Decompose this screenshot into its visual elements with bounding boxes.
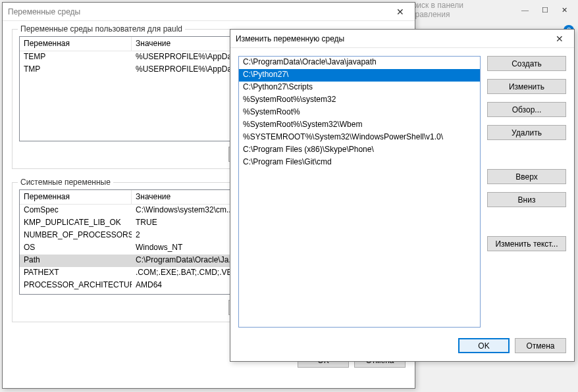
var-name: TMP: [20, 64, 132, 76]
list-item[interactable]: %SystemRoot%\System32\Wbem: [239, 119, 480, 132]
col-header-var[interactable]: Переменная: [20, 190, 132, 204]
browse-button[interactable]: Обзор...: [487, 102, 566, 117]
move-up-button[interactable]: Вверх: [487, 169, 566, 184]
list-item[interactable]: C:\Python27\Scripts: [239, 82, 480, 94]
move-down-button[interactable]: Вниз: [487, 192, 566, 207]
close-icon[interactable]: ✕: [391, 5, 409, 19]
close-icon[interactable]: ✕: [562, 6, 567, 14]
edit-title: Изменить переменную среды: [236, 34, 550, 43]
var-name: KMP_DUPLICATE_LIB_OK: [20, 217, 132, 230]
env-vars-title: Переменные среды: [8, 7, 391, 16]
env-vars-titlebar: Переменные среды ✕: [3, 3, 415, 21]
edit-env-var-dialog: Изменить переменную среды ✕ C:\ProgramDa…: [230, 29, 575, 362]
var-name: OS: [20, 242, 132, 255]
list-item[interactable]: %SystemRoot%: [239, 107, 480, 119]
edit-text-button[interactable]: Изменить текст...: [487, 236, 566, 251]
var-name: ComSpec: [20, 205, 132, 217]
var-name: Path: [20, 255, 132, 267]
var-name: NUMBER_OF_PROCESSORS: [20, 230, 132, 242]
cancel-button[interactable]: Отмена: [515, 338, 566, 353]
minimize-icon[interactable]: —: [521, 6, 529, 14]
edit-titlebar: Изменить переменную среды ✕: [230, 30, 574, 48]
system-vars-legend: Системные переменные: [18, 178, 113, 187]
list-item[interactable]: C:\ProgramData\Oracle\Java\javapath: [239, 57, 480, 69]
list-item[interactable]: C:\Program Files\Git\cmd: [239, 157, 480, 169]
var-name: PROCESSOR_ARCHITECTURE: [20, 280, 132, 292]
path-list[interactable]: C:\ProgramData\Oracle\Java\javapathC:\Py…: [238, 56, 481, 328]
col-header-var[interactable]: Переменная: [20, 37, 132, 51]
var-name: PATHEXT: [20, 267, 132, 280]
background-window-controls: Поиск в панели управления — ☐ ✕: [407, 0, 578, 20]
var-name: TEMP: [20, 51, 132, 64]
search-placeholder[interactable]: Поиск в панели управления: [407, 1, 508, 19]
list-item[interactable]: C:\Python27\: [239, 69, 480, 82]
delete-button[interactable]: Удалить: [487, 125, 566, 140]
list-item[interactable]: %SYSTEMROOT%\System32\WindowsPowerShell\…: [239, 132, 480, 144]
user-vars-legend: Переменные среды пользователя для pauld: [18, 24, 185, 34]
list-item[interactable]: %SystemRoot%\system32: [239, 94, 480, 107]
maximize-icon[interactable]: ☐: [542, 6, 548, 14]
list-item[interactable]: C:\Program Files (x86)\Skype\Phone\: [239, 144, 480, 157]
close-icon[interactable]: ✕: [550, 32, 569, 46]
new-button[interactable]: Создать: [487, 56, 566, 71]
ok-button[interactable]: OK: [458, 338, 510, 353]
edit-button[interactable]: Изменить: [487, 79, 566, 94]
